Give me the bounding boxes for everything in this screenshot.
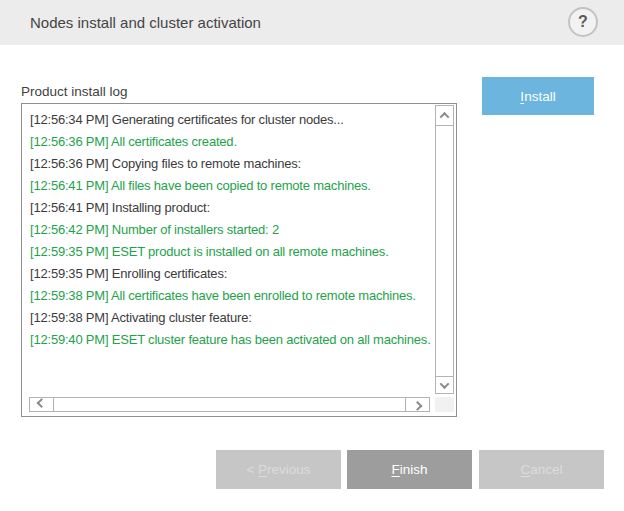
finish-button[interactable]: Finish (347, 450, 472, 489)
chevron-down-icon (440, 379, 450, 389)
log-entry: [12:59:35 PM] Enrolling certificates: (30, 263, 431, 285)
scroll-right-button[interactable] (405, 397, 430, 412)
scroll-up-button[interactable] (435, 105, 454, 126)
scroll-down-button[interactable] (435, 376, 454, 394)
wizard-dialog: Nodes install and cluster activation ? P… (0, 0, 624, 511)
scroll-left-button[interactable] (29, 397, 54, 412)
log-entry: [12:56:36 PM] Copying files to remote ma… (30, 153, 431, 175)
log-entries: [12:56:34 PM] Generating certificates fo… (22, 104, 433, 396)
product-install-log: [12:56:34 PM] Generating certificates fo… (21, 103, 457, 417)
chevron-up-icon (440, 112, 450, 122)
dialog-header: Nodes install and cluster activation ? (0, 0, 624, 45)
horizontal-scroll-thumb[interactable] (53, 397, 406, 412)
vertical-scroll-thumb[interactable] (435, 125, 454, 377)
cancel-button: Cancel (479, 450, 604, 489)
previous-button: < Previous (216, 450, 341, 489)
log-entry: [12:56:41 PM] All files have been copied… (30, 175, 431, 197)
install-button[interactable]: Install (482, 77, 594, 115)
log-entry: [12:56:36 PM] All certificates created. (30, 131, 431, 153)
horizontal-scrollbar[interactable] (29, 397, 430, 412)
log-entry: [12:56:34 PM] Generating certificates fo… (30, 109, 431, 131)
log-entry: [12:59:38 PM] Activating cluster feature… (30, 307, 431, 329)
vertical-scrollbar[interactable] (435, 105, 454, 394)
scrollbar-corner (435, 397, 454, 412)
chevron-left-icon (37, 398, 47, 408)
log-entry: [12:56:41 PM] Installing product: (30, 197, 431, 219)
install-button-label: Install (520, 89, 555, 104)
cancel-button-label: Cancel (520, 462, 562, 477)
log-entry: [12:56:42 PM] Number of installers start… (30, 219, 431, 241)
log-entry: [12:59:35 PM] ESET product is installed … (30, 241, 431, 263)
page-title: Nodes install and cluster activation (30, 0, 261, 45)
previous-button-label: < Previous (246, 462, 310, 477)
question-mark-icon: ? (578, 13, 588, 31)
log-entry: [12:59:40 PM] ESET cluster feature has b… (30, 329, 431, 351)
help-button[interactable]: ? (568, 7, 598, 37)
log-label: Product install log (21, 84, 128, 99)
log-entry: [12:59:38 PM] All certificates have been… (30, 285, 431, 307)
finish-button-label: Finish (391, 462, 427, 477)
chevron-right-icon (413, 401, 423, 411)
